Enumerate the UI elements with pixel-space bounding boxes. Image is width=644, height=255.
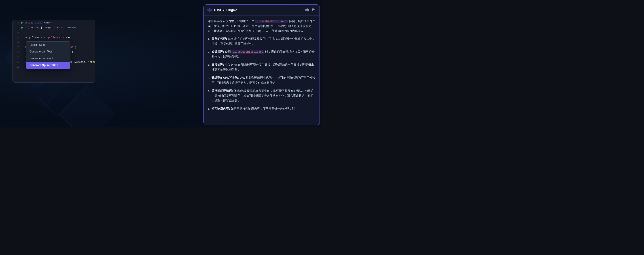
panel-header: TONGYI Lingma [204, 5, 320, 16]
panel-title: TONGYI Lingma [214, 8, 238, 12]
inline-code-closeablehttpclient: CloseableHttpClient [255, 20, 288, 23]
code-line-10: 10 [12, 30, 95, 35]
optimization-list: 1. 重复的代码: 每次请求的处理代码是重复的，可以将其提取到一个单独的方法中，… [208, 36, 316, 111]
code-line-11: 11 httpClient = HttpClients .creat [12, 35, 95, 40]
panel-actions [305, 7, 316, 13]
menu-item-generate-comment[interactable]: Generate Comment [26, 55, 70, 62]
tongyi-panel: TONGYI Lingma 这段Java代码示例中，它创建了一个 Closeab… [204, 4, 320, 125]
list-item-2: 2. 资源管理: 使用 CloseableHttpClient 时，应该确保在请… [208, 49, 316, 59]
code-line-8: 8 public class Main { [12, 20, 95, 25]
run-line-9-icon[interactable] [21, 26, 23, 29]
context-menu: Explain Code Generate Unit Test Generate… [26, 41, 70, 69]
list-item-1: 1. 重复的代码: 每次请求的处理代码是重复的，可以将其提取到一个单独的方法中，… [208, 36, 316, 46]
panel-content: 这段Java代码示例中，它创建了一个 CloseableHttpClient 实… [204, 16, 320, 125]
code-line-9: 9 p ( String [] args) throws IOExcept [12, 25, 95, 30]
inline-code-closeablehttpclient-2: CloseableHttpClient [232, 50, 264, 54]
list-item-3: 3. 异常处理: 在发送HTTP请求时可能会发生异常，应该添加适当的异常处理逻辑… [208, 62, 316, 72]
svg-marker-3 [208, 9, 211, 11]
list-item-6: 6. 打印响应内容: 如果只是打印响应内容，而不需要进一步处理，那 [208, 106, 316, 111]
panel-header-left: TONGYI Lingma [207, 8, 238, 12]
thumbdown-button[interactable] [312, 7, 316, 13]
svg-marker-1 [22, 27, 23, 28]
list-item-4: 4. 硬编码的URL和参数: URL和参数硬编码在代码中，这可能导致代码的可重用… [208, 75, 316, 85]
svg-marker-0 [22, 22, 23, 24]
list-item-5: 5. 等待时间硬编码: 休眠5秒是硬编码在代码中的，这可能不是最好的做法。如果这… [208, 88, 316, 103]
menu-item-generate-unit-test[interactable]: Generate Unit Test [26, 48, 70, 55]
menu-item-explain-code[interactable]: Explain Code [26, 41, 70, 48]
tongyi-logo-icon [207, 8, 212, 12]
run-line-8-icon[interactable] [21, 22, 23, 24]
thumbup-button[interactable] [305, 7, 309, 13]
menu-item-generate-optimization[interactable]: Generate Optimization [26, 62, 70, 69]
panel-intro: 这段Java代码示例中，它创建了一个 CloseableHttpClient 实… [208, 19, 316, 34]
